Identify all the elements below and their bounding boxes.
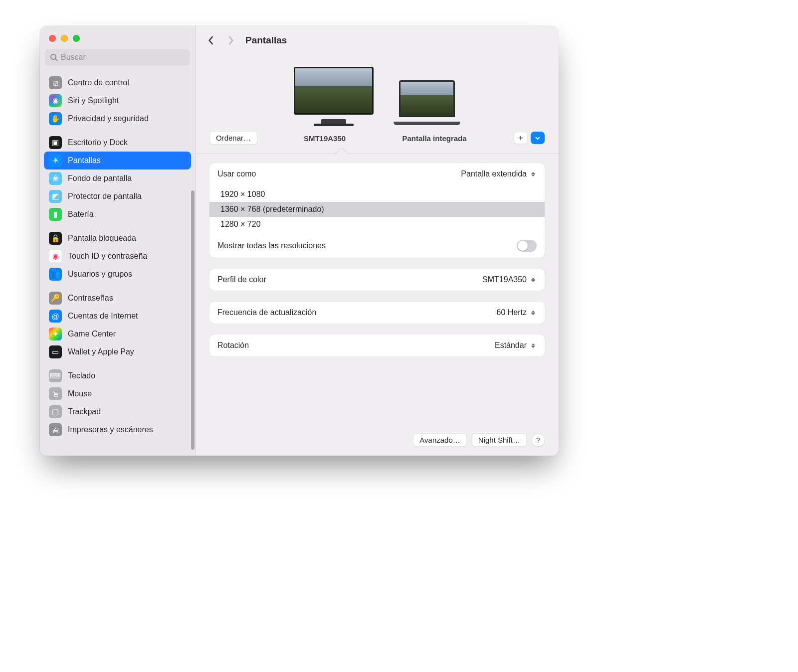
- sidebar-item[interactable]: 🖨Impresoras y escáneres: [44, 421, 191, 439]
- show-all-resolutions-row: Mostrar todas las resoluciones: [209, 234, 545, 258]
- sidebar-item[interactable]: ◉Touch ID y contraseña: [44, 247, 191, 265]
- sidebar-item[interactable]: 🔒Pantalla bloqueada: [44, 229, 191, 247]
- monitor-stand: [321, 119, 346, 124]
- sidebar-item-label: Usuarios y grupos: [68, 270, 132, 279]
- display-options-button[interactable]: [531, 132, 545, 144]
- sidebar-item-icon: ⎚: [49, 76, 62, 89]
- sidebar-item-icon: 👥: [49, 268, 62, 281]
- updown-icon: [530, 308, 537, 317]
- add-display-button[interactable]: +: [514, 132, 528, 144]
- displays-arrangement: Ordenar… SMT19A350 Pantalla integrada +: [196, 55, 559, 154]
- display-settings: Usar como Pantalla extendida 1920 × 1080…: [196, 154, 559, 433]
- sidebar-item-label: Protector de pantalla: [68, 192, 142, 201]
- sidebar-item-label: Pantalla bloqueada: [68, 234, 136, 243]
- sidebar-item-icon: ☀: [49, 154, 62, 167]
- zoom-window-button[interactable]: [73, 35, 80, 42]
- sidebar-item-icon: ▭: [49, 345, 62, 358]
- sidebar-item[interactable]: 👥Usuarios y grupos: [44, 265, 191, 283]
- sidebar-item[interactable]: ◉Siri y Spotlight: [44, 92, 191, 110]
- search-input[interactable]: [45, 49, 190, 66]
- sidebar-item-label: Impresoras y escáneres: [68, 425, 153, 434]
- minimize-window-button[interactable]: [61, 35, 68, 42]
- rotation-card: Rotación Estándar: [209, 335, 545, 356]
- use-as-card: Usar como Pantalla extendida 1920 × 1080…: [209, 163, 545, 258]
- use-as-label: Usar como: [217, 169, 256, 178]
- sidebar-item[interactable]: ▣Escritorio y Dock: [44, 134, 191, 152]
- refresh-rate-row[interactable]: Frecuencia de actualización 60 Hertz: [209, 302, 545, 324]
- sidebar-item-label: Siri y Spotlight: [68, 96, 119, 105]
- sidebar-item[interactable]: ☀Pantallas: [44, 152, 191, 169]
- color-profile-value: SMT19A350: [482, 275, 527, 284]
- search-container: [40, 49, 195, 69]
- use-as-value: Pantalla extendida: [461, 169, 527, 178]
- sidebar-item-icon: 🔑: [49, 292, 62, 305]
- rotation-label: Rotación: [217, 341, 249, 350]
- sidebar-item-label: Teclado: [68, 371, 95, 380]
- sidebar-item-label: Pantallas: [68, 156, 101, 165]
- forward-button[interactable]: [225, 35, 236, 46]
- help-button[interactable]: ?: [532, 434, 545, 447]
- advanced-button[interactable]: Avanzado…: [413, 433, 466, 447]
- refresh-rate-value: 60 Hertz: [497, 308, 527, 317]
- use-as-row[interactable]: Usar como Pantalla extendida: [209, 163, 545, 185]
- sidebar-item[interactable]: ▢Trackpad: [44, 403, 191, 421]
- sidebar-item[interactable]: @Cuentas de Internet: [44, 307, 191, 325]
- laptop-thumbnail: [399, 80, 455, 117]
- sidebar-item[interactable]: ⎚Centro de control: [44, 74, 191, 92]
- sidebar-item-icon: ▢: [49, 405, 62, 418]
- sidebar-item-icon: ▣: [49, 136, 62, 149]
- display-label-1: Pantalla integrada: [399, 133, 469, 143]
- sidebar-item[interactable]: ◩Protector de pantalla: [44, 187, 191, 205]
- sidebar-item-label: Trackpad: [68, 407, 101, 416]
- sidebar-item-label: Centro de control: [68, 78, 129, 87]
- updown-icon: [530, 169, 537, 178]
- show-all-resolutions-toggle[interactable]: [517, 240, 537, 252]
- sidebar-item[interactable]: 🔑Contraseñas: [44, 289, 191, 307]
- sidebar-item-icon: 🖱: [49, 387, 62, 400]
- sidebar-item-label: Wallet y Apple Pay: [68, 347, 134, 356]
- sidebar-item-icon: ❀: [49, 172, 62, 185]
- sidebar-item-label: Game Center: [68, 330, 116, 338]
- window-controls: [40, 31, 195, 49]
- sidebar-scrollbar[interactable]: [191, 190, 195, 450]
- sidebar-item-label: Contraseñas: [68, 294, 113, 303]
- plus-icon: +: [518, 134, 523, 142]
- sidebar-item[interactable]: ▭Wallet y Apple Pay: [44, 343, 191, 361]
- sidebar-item-icon: 🔒: [49, 232, 62, 245]
- laptop-base: [394, 122, 460, 125]
- refresh-rate-card: Frecuencia de actualización 60 Hertz: [209, 302, 545, 324]
- back-button[interactable]: [205, 35, 216, 46]
- sidebar-item-label: Privacidad y seguridad: [68, 114, 149, 123]
- color-profile-card: Perfil de color SMT19A350: [209, 269, 545, 291]
- display-label-0: SMT19A350: [285, 133, 365, 143]
- resolution-list: 1920 × 10801360 × 768 (predeterminado)12…: [209, 185, 545, 234]
- sidebar-item[interactable]: ✋Privacidad y seguridad: [44, 110, 191, 128]
- page-title: Pantallas: [245, 35, 287, 46]
- sidebar-item-label: Mouse: [68, 389, 92, 398]
- sidebar-item[interactable]: ▮Batería: [44, 205, 191, 223]
- night-shift-button[interactable]: Night Shift…: [472, 433, 527, 447]
- sidebar-item-icon: ✦: [49, 328, 62, 340]
- display-external[interactable]: [294, 67, 374, 125]
- sidebar-item[interactable]: ❀Fondo de pantalla: [44, 169, 191, 187]
- color-profile-row[interactable]: Perfil de color SMT19A350: [209, 269, 545, 291]
- sidebar: ⎚Centro de control◉Siri y Spotlight✋Priv…: [40, 26, 196, 456]
- sidebar-item-label: Cuentas de Internet: [68, 312, 138, 321]
- resolution-option[interactable]: 1360 × 768 (predeterminado): [209, 202, 545, 217]
- resolution-option[interactable]: 1280 × 720: [209, 217, 545, 232]
- resolution-option[interactable]: 1920 × 1080: [209, 187, 545, 202]
- display-builtin[interactable]: [394, 80, 460, 125]
- sidebar-item-label: Escritorio y Dock: [68, 138, 128, 147]
- sidebar-item-label: Batería: [68, 210, 94, 219]
- sidebar-item[interactable]: 🖱Mouse: [44, 385, 191, 403]
- main-content: Pantallas Ordenar… SMT19A350 Pantalla in…: [196, 26, 559, 456]
- sidebar-item[interactable]: ⌨Teclado: [44, 367, 191, 385]
- arrange-button[interactable]: Ordenar…: [209, 131, 257, 145]
- sidebar-list: ⎚Centro de control◉Siri y Spotlight✋Priv…: [40, 69, 195, 456]
- sidebar-item-label: Touch ID y contraseña: [68, 252, 147, 261]
- updown-icon: [530, 341, 537, 350]
- rotation-row[interactable]: Rotación Estándar: [209, 335, 545, 356]
- close-window-button[interactable]: [49, 35, 56, 42]
- sidebar-item[interactable]: ✦Game Center: [44, 325, 191, 343]
- sidebar-item-icon: 🖨: [49, 423, 62, 436]
